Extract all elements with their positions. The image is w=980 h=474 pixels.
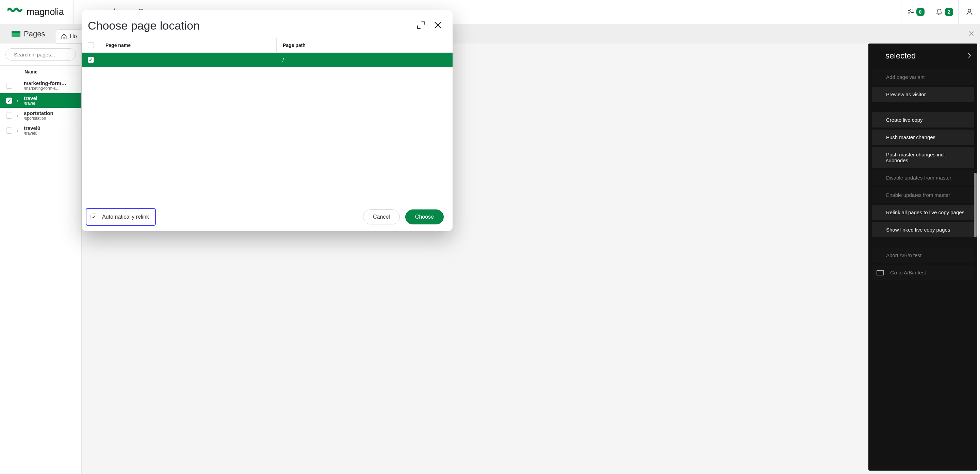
pages-app-icon bbox=[11, 31, 21, 37]
action-item[interactable]: Push master changes bbox=[872, 130, 974, 145]
expand-dialog-button[interactable] bbox=[417, 21, 425, 31]
action-item[interactable]: Create live copy bbox=[872, 112, 974, 127]
row-path: /travel0 bbox=[24, 131, 40, 136]
tasks-button[interactable]: 0 bbox=[901, 0, 930, 24]
tasks-badge: 0 bbox=[916, 8, 924, 16]
auto-relink-checkbox[interactable] bbox=[91, 214, 97, 220]
dialog-title: Choose page location bbox=[88, 19, 200, 32]
actions-header-label: selected bbox=[885, 51, 916, 60]
profile-button[interactable] bbox=[958, 0, 980, 24]
brand-logo[interactable]: magnolia bbox=[0, 0, 73, 24]
cancel-button[interactable]: Cancel bbox=[363, 209, 400, 224]
app-name-chip[interactable]: Pages bbox=[7, 27, 50, 40]
close-icon bbox=[968, 30, 975, 37]
svg-rect-6 bbox=[11, 31, 21, 33]
row-title: sportstation bbox=[24, 110, 53, 116]
location-grid: Page name Page path / bbox=[82, 38, 453, 202]
actions-header[interactable]: selected bbox=[869, 44, 977, 68]
expand-icon bbox=[417, 21, 425, 30]
col-page-path: Page path bbox=[276, 38, 453, 52]
magnolia-logo-icon bbox=[8, 8, 23, 16]
tree-row[interactable]: marketing-form…/marketing-form-s… bbox=[0, 78, 81, 93]
choose-location-dialog: Choose page location Page name Page path… bbox=[82, 10, 453, 231]
notifications-button[interactable]: 2 bbox=[930, 0, 958, 24]
row-checkbox[interactable] bbox=[88, 57, 94, 63]
col-page-name: Page name bbox=[100, 43, 276, 48]
row-title: travel bbox=[24, 95, 37, 101]
row-title: marketing-form… bbox=[24, 80, 66, 86]
row-page-path: / bbox=[276, 57, 453, 63]
action-item[interactable]: Push master changes incl. subnodes bbox=[872, 147, 974, 168]
action-item: Enable updates from master bbox=[872, 187, 974, 203]
tree-row[interactable]: ›sportstation/sportstation bbox=[0, 108, 81, 123]
action-label: Go to A/B/n test bbox=[890, 269, 926, 276]
row-checkbox[interactable] bbox=[6, 127, 12, 134]
chevron-right-icon[interactable]: › bbox=[16, 98, 21, 103]
ab-test-icon bbox=[877, 270, 884, 276]
actions-scrollbar[interactable] bbox=[974, 71, 977, 467]
chevron-right-icon bbox=[968, 53, 971, 59]
row-checkbox[interactable] bbox=[6, 98, 12, 104]
home-icon bbox=[61, 33, 67, 40]
tree-column-name: Name bbox=[0, 65, 81, 78]
tasks-icon bbox=[907, 8, 914, 16]
tree-row[interactable]: ›travel0/travel0 bbox=[0, 123, 81, 138]
row-path: /marketing-form-s… bbox=[24, 86, 66, 91]
search-input[interactable] bbox=[14, 52, 79, 57]
action-item: Go to A/B/n test bbox=[872, 265, 974, 280]
choose-button[interactable]: Choose bbox=[405, 209, 444, 224]
app-name: Pages bbox=[24, 30, 45, 38]
row-path: /sportstation bbox=[24, 116, 53, 121]
action-item: Disable updates from master bbox=[872, 170, 974, 185]
chevron-right-icon[interactable]: › bbox=[16, 113, 21, 118]
tab-home[interactable]: Ho bbox=[56, 29, 84, 44]
user-icon bbox=[966, 8, 974, 16]
page-search[interactable] bbox=[5, 48, 76, 60]
row-checkbox[interactable] bbox=[6, 82, 12, 89]
grid-header: Page name Page path bbox=[82, 38, 453, 53]
brand-name: magnolia bbox=[27, 6, 64, 17]
auto-relink-label: Automatically relink bbox=[102, 214, 149, 220]
action-item[interactable]: Preview as visitor bbox=[872, 87, 974, 102]
page-tree-panel: Name marketing-form…/marketing-form-s…›t… bbox=[0, 44, 82, 474]
action-item[interactable]: Relink all pages to live copy pages bbox=[872, 205, 974, 220]
close-subheader-button[interactable] bbox=[968, 30, 975, 38]
scrollbar-thumb[interactable] bbox=[974, 173, 977, 237]
tree-row[interactable]: ›travel/travel bbox=[0, 93, 81, 108]
row-checkbox[interactable] bbox=[6, 113, 12, 119]
bell-icon bbox=[935, 8, 943, 16]
svg-point-4 bbox=[968, 9, 971, 12]
action-item[interactable]: Show linked live copy pages bbox=[872, 222, 974, 237]
action-item: Add page variant bbox=[872, 69, 974, 85]
row-title: travel0 bbox=[24, 125, 40, 131]
notifications-badge: 2 bbox=[945, 8, 953, 16]
select-all-checkbox[interactable] bbox=[88, 42, 94, 48]
row-path: /travel bbox=[24, 101, 37, 106]
close-dialog-button[interactable] bbox=[434, 21, 442, 31]
location-row[interactable]: / bbox=[82, 53, 453, 67]
tab-label: Ho bbox=[70, 33, 76, 40]
action-item: Abort A/B/n test bbox=[872, 247, 974, 263]
auto-relink-option[interactable]: Automatically relink bbox=[86, 208, 156, 226]
close-icon bbox=[434, 21, 442, 30]
chevron-right-icon[interactable]: › bbox=[16, 128, 21, 133]
actions-panel: selected Add page variantPreview as visi… bbox=[869, 44, 977, 471]
